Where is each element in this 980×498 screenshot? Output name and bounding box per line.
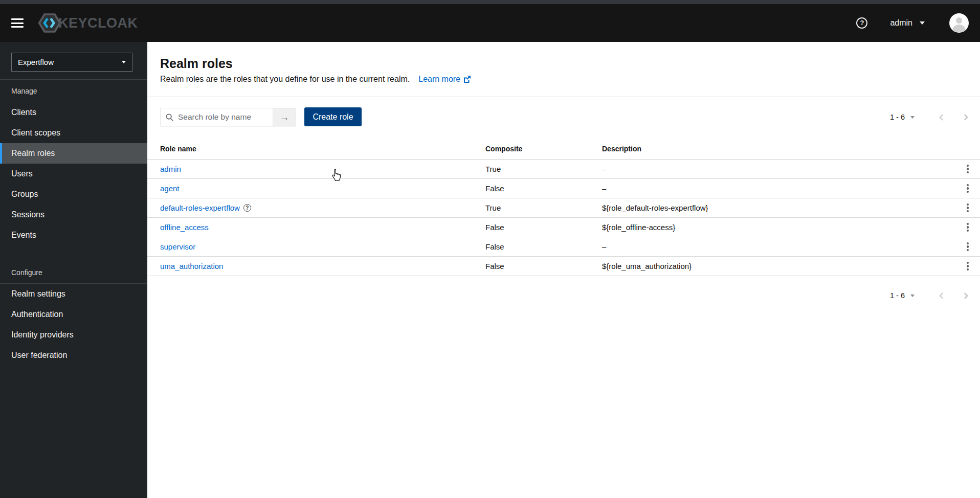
avatar[interactable] [949,13,969,33]
help-icon[interactable]: ? [243,204,251,212]
role-name-link[interactable]: supervisor [160,242,195,251]
pagination-prev-button[interactable] [932,108,950,126]
sidebar-item-realm-settings[interactable]: Realm settings [0,284,147,304]
chevron-left-icon [938,292,945,300]
composite-value: False [485,262,602,270]
table-row: uma_authorization ? False ${role_uma_aut… [147,257,980,276]
role-name-link[interactable]: agent [160,184,180,193]
role-name-link[interactable]: offline_access [160,223,209,232]
chevron-down-icon [910,295,915,297]
kebab-menu-icon[interactable] [964,239,972,255]
table-row: admin ? True – [147,160,980,179]
column-header-description: Description [602,145,955,153]
realm-selector-value: Expertflow [18,58,54,66]
nav-toggle-icon[interactable] [11,18,24,28]
table-header-row: Role name Composite Description [147,138,980,160]
page-subtitle: Realm roles are the roles that you defin… [160,75,410,84]
description-value: – [602,184,955,193]
pagination-range-label: 1 - 6 [890,291,905,300]
kebab-menu-icon[interactable] [964,200,972,216]
composite-value: False [485,242,602,251]
search-box [160,108,273,126]
pagination-next-button[interactable] [956,108,975,126]
sidebar-item-events[interactable]: Events [0,225,147,245]
role-name-link[interactable]: admin [160,165,181,173]
table-row: default-roles-expertflow ? True ${role_d… [147,198,980,218]
role-name-link[interactable]: default-roles-expertflow [160,203,240,212]
sidebar-nav: Manage ClientsClient scopesRealm rolesUs… [0,79,147,366]
kebab-menu-icon[interactable] [964,181,972,196]
kebab-menu-icon[interactable] [964,259,972,274]
keycloak-logo: KEYCLOAK [38,12,138,34]
realm-roles-table: Role name Composite Description admin ? … [147,138,980,276]
app-shell: Expertflow Manage ClientsClient scopesRe… [0,42,980,498]
chevron-right-icon [963,292,969,300]
page-header: Realm roles Realm roles are the roles th… [147,42,980,97]
sidebar-item-identity-providers[interactable]: Identity providers [0,325,147,345]
external-link-icon [463,76,471,83]
realm-selector[interactable]: Expertflow [11,53,132,72]
window-top-strip [0,0,980,4]
masthead-right: ? admin [856,13,969,33]
user-menu-dropdown[interactable]: admin [890,18,925,28]
composite-value: True [485,165,602,173]
sidebar-item-user-federation[interactable]: User federation [0,345,147,366]
column-header-composite: Composite [485,145,602,153]
chevron-right-icon [963,114,969,121]
learn-more-link[interactable]: Learn more [418,75,471,84]
kebab-menu-icon[interactable] [964,162,972,177]
pagination-range-label: 1 - 6 [890,113,905,121]
pagination-next-button[interactable] [956,286,975,305]
table-row: offline_access ? False ${role_offline-ac… [147,218,980,237]
search-group: → [160,108,296,126]
sidebar-item-realm-roles[interactable]: Realm roles [0,143,147,164]
table-row: supervisor ? False – [147,237,980,257]
composite-value: False [485,223,602,232]
pagination-bottom: 1 - 6 [886,286,975,305]
sidebar-item-clients[interactable]: Clients [0,102,147,123]
sidebar-item-client-scopes[interactable]: Client scopes [0,123,147,143]
sidebar-item-users[interactable]: Users [0,164,147,184]
description-value: ${role_default-roles-expertflow} [602,203,955,212]
role-name-link[interactable]: uma_authorization [160,262,223,270]
chevron-down-icon [910,116,915,119]
user-name: admin [890,18,912,28]
pagination-range-menu[interactable]: 1 - 6 [886,291,919,300]
table-body: admin ? True – agent ? False – default-r… [147,160,980,276]
column-header-role-name: Role name [160,145,485,153]
help-icon[interactable]: ? [856,17,867,29]
nav-section-label: Manage [0,80,147,102]
description-value: ${role_uma_authorization} [602,262,955,270]
learn-more-label: Learn more [418,75,460,84]
description-value: ${role_offline-access} [602,223,955,232]
pagination-prev-button[interactable] [932,286,950,305]
table-row: agent ? False – [147,179,980,198]
kebab-menu-icon[interactable] [964,220,972,235]
search-icon [166,114,173,121]
sidebar-item-sessions[interactable]: Sessions [0,205,147,225]
search-input[interactable] [173,108,273,126]
sidebar-item-authentication[interactable]: Authentication [0,304,147,325]
person-icon [951,15,967,32]
masthead: KEYCLOAK ? admin [0,4,980,42]
sidebar: Expertflow Manage ClientsClient scopesRe… [0,42,147,498]
page-title: Realm roles [160,56,968,71]
sidebar-item-groups[interactable]: Groups [0,184,147,205]
composite-value: True [485,203,602,212]
pagination-top: 1 - 6 [886,108,975,126]
nav-section-label: Configure [0,261,147,284]
description-value: – [602,165,955,173]
composite-value: False [485,184,602,193]
create-role-button[interactable]: Create role [304,107,362,126]
search-submit-button[interactable]: → [273,108,296,126]
table-toolbar: → Create role 1 - 6 [147,97,980,138]
chevron-left-icon [938,114,945,121]
chevron-down-icon [122,61,126,63]
keycloak-logo-text: KEYCLOAK [58,15,138,31]
pagination-range-menu[interactable]: 1 - 6 [886,113,919,121]
main-content: Realm roles Realm roles are the roles th… [147,42,980,498]
description-value: – [602,242,955,251]
chevron-down-icon [920,21,925,25]
